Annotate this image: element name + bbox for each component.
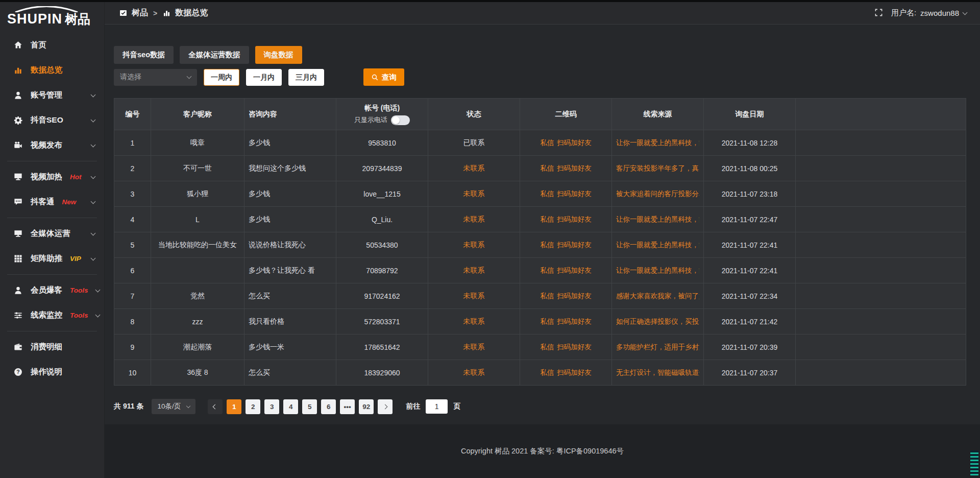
sidebar-item-data-overview[interactable]: 数据总览: [0, 58, 104, 83]
sidebar-item-label: 线索监控: [31, 310, 62, 321]
cell-id: 8: [114, 309, 151, 334]
chevron-down-icon: [95, 312, 100, 317]
source-link[interactable]: 感谢大家喜欢我家，被问了好...: [616, 292, 699, 301]
qr-link-scan-add-friend[interactable]: 扫码加好友: [557, 292, 592, 301]
gear-icon: [13, 115, 23, 125]
page-button-92[interactable]: 92: [359, 399, 374, 414]
chevron-down-icon: [91, 199, 96, 204]
phone-only-toggle[interactable]: [391, 115, 410, 125]
sidebar-item-home[interactable]: 首页: [0, 33, 104, 58]
page-button-2[interactable]: 2: [246, 399, 260, 414]
qr-link-private-message[interactable]: 私信: [540, 241, 554, 250]
qr-link-private-message[interactable]: 私信: [540, 317, 554, 326]
qr-link-private-message[interactable]: 私信: [540, 138, 554, 148]
qr-link-private-message[interactable]: 私信: [540, 164, 554, 173]
tab-1[interactable]: 抖音seo数据: [114, 46, 174, 64]
qr-link-scan-add-friend[interactable]: 扫码加好友: [557, 317, 592, 326]
query-button[interactable]: 查询: [363, 68, 404, 86]
goto-page-input[interactable]: [426, 399, 448, 414]
breadcrumb-root[interactable]: 树品: [132, 8, 148, 18]
source-link[interactable]: 如何正确选择投影仪，买投影...: [616, 317, 699, 326]
chart-icon: [13, 65, 23, 75]
sidebar-item-video-publish[interactable]: 视频发布: [0, 133, 104, 158]
period-group: 一周内一月内三月内: [197, 69, 324, 86]
qr-link-scan-add-friend[interactable]: 扫码加好友: [557, 343, 592, 352]
qr-link-private-message[interactable]: 私信: [540, 343, 554, 352]
qr-link-private-message[interactable]: 私信: [540, 215, 554, 224]
qr-link-scan-add-friend[interactable]: 扫码加好友: [557, 241, 592, 250]
cell-id: 6: [114, 258, 151, 283]
source-link[interactable]: 让你一眼就爱上的黑科技，能...: [616, 241, 699, 250]
qr-link-private-message[interactable]: 私信: [540, 266, 554, 275]
sidebar-item-lead-monitor[interactable]: 线索监控Tools: [0, 303, 104, 328]
col-header-nickname-label: 客户昵称: [183, 110, 212, 119]
cell-qrcode: 私信扫码加好友: [520, 156, 612, 181]
col-header-account: 帐号 (电话) 只显示电话: [336, 99, 428, 130]
sidebar-item-matrix-push[interactable]: 矩阵助推VIP: [0, 246, 104, 271]
bar-chart-icon: [162, 9, 171, 17]
qr-link-private-message[interactable]: 私信: [540, 292, 554, 301]
prev-page-button[interactable]: [208, 399, 223, 414]
cell-status: 未联系: [428, 181, 520, 207]
source-link[interactable]: 客厅安装投影半年多了，真实...: [616, 164, 699, 173]
cell-account: 2097344839: [336, 156, 428, 181]
page-ellipsis[interactable]: •••: [340, 399, 355, 414]
camera-icon: [13, 140, 23, 150]
col-header-source: 线索来源: [612, 99, 704, 130]
cell-source: 感谢大家喜欢我家，被问了好...: [612, 283, 704, 309]
sidebar-item-douketong[interactable]: 抖客通New: [0, 189, 104, 214]
fullscreen-icon[interactable]: [874, 8, 883, 18]
source-link[interactable]: 多功能护栏灯，适用于乡村文...: [616, 343, 699, 352]
sidebar-item-label: 视频加热: [31, 172, 62, 182]
qr-link-private-message[interactable]: 私信: [540, 189, 554, 199]
qr-link-scan-add-friend[interactable]: 扫码加好友: [557, 368, 592, 377]
tab-bar: 抖音seo数据全媒体运营数据询盘数据: [114, 46, 966, 64]
home-icon: [13, 40, 23, 50]
page-button-1[interactable]: 1: [227, 399, 241, 414]
sidebar-item-douyin-seo[interactable]: 抖音SEO: [0, 108, 104, 133]
cell-qrcode: 私信扫码加好友: [520, 309, 612, 334]
user-menu[interactable]: 用户名: zswodun88: [891, 8, 967, 18]
cell-content: 我只看价格: [244, 309, 336, 334]
tab-3[interactable]: 询盘数据: [255, 46, 302, 64]
source-link[interactable]: 让你一眼就爱上的黑科技，能...: [616, 266, 699, 275]
period-button-2[interactable]: 一月内: [246, 69, 282, 86]
cell-source: 让你一眼就爱上的黑科技，能...: [612, 130, 704, 156]
period-button-3[interactable]: 三月内: [288, 69, 324, 86]
qr-link-scan-add-friend[interactable]: 扫码加好友: [557, 266, 592, 275]
cell-status: 未联系: [428, 156, 520, 181]
sidebar-item-badge: New: [62, 198, 77, 206]
source-link[interactable]: 让你一眼就爱上的黑科技，能...: [616, 215, 699, 224]
filter-select[interactable]: 请选择: [114, 69, 197, 86]
qr-link-scan-add-friend[interactable]: 扫码加好友: [557, 164, 592, 173]
source-link[interactable]: 无主灯设计，智能磁吸轨道灯...: [616, 368, 699, 377]
page-size-select[interactable]: 10条/页: [152, 399, 195, 414]
qr-link-scan-add-friend[interactable]: 扫码加好友: [557, 138, 592, 148]
next-page-button[interactable]: [378, 399, 393, 414]
display-icon: [13, 172, 23, 182]
source-link[interactable]: 让你一眼就爱上的黑科技，能...: [616, 138, 699, 148]
page-button-5[interactable]: 5: [302, 399, 317, 414]
sidebar-item-consume-detail[interactable]: 消费明细: [0, 334, 104, 360]
source-link[interactable]: 被大家追着问的客厅投影分享...: [616, 189, 699, 199]
sidebar-item-omnimedia-operation[interactable]: 全媒体运营: [0, 221, 104, 246]
qr-link-private-message[interactable]: 私信: [540, 368, 554, 377]
tab-2[interactable]: 全媒体运营数据: [180, 46, 249, 64]
chevron-down-icon: [186, 403, 190, 408]
cell-status: 未联系: [428, 283, 520, 309]
cell-qrcode: 私信扫码加好友: [520, 283, 612, 309]
corner-widget[interactable]: [970, 450, 978, 476]
sidebar-item-help[interactable]: ?操作说明: [0, 360, 104, 385]
page-button-4[interactable]: 4: [283, 399, 298, 414]
page-button-3[interactable]: 3: [264, 399, 279, 414]
sidebar-item-account-management[interactable]: 账号管理: [0, 83, 104, 108]
sidebar-item-member-baoke[interactable]: 会员爆客Tools: [0, 278, 104, 303]
qr-link-scan-add-friend[interactable]: 扫码加好友: [557, 215, 592, 224]
cell-account: 917024162: [336, 283, 428, 309]
cell-id: 2: [114, 156, 151, 181]
qr-link-scan-add-friend[interactable]: 扫码加好友: [557, 189, 592, 199]
page-button-6[interactable]: 6: [321, 399, 336, 414]
period-button-1[interactable]: 一周内: [204, 69, 239, 86]
sidebar-item-video-boost[interactable]: 视频加热Hot: [0, 164, 104, 189]
cell-id: 9: [114, 334, 151, 360]
